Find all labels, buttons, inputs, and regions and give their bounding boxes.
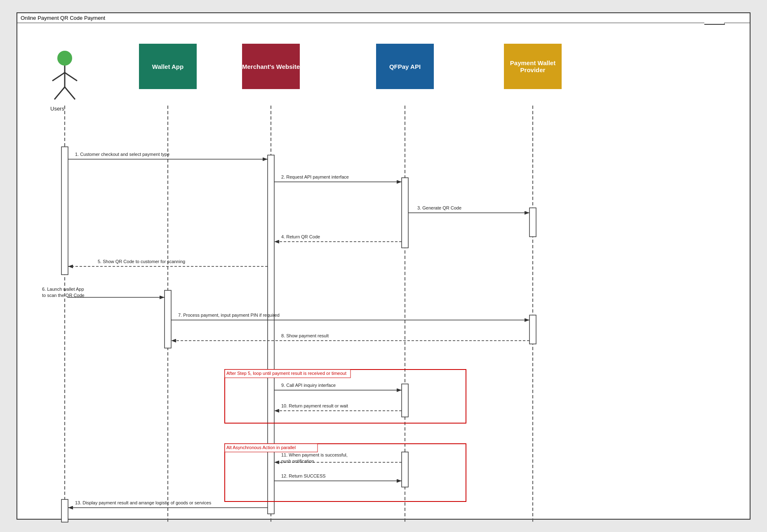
svg-line-5 (65, 73, 77, 81)
label-msg10: 10. Return payment result or wait (281, 403, 348, 408)
actor-wallet: Wallet App (139, 44, 197, 89)
svg-line-7 (65, 87, 75, 99)
label-msg4: 4. Return QR Code (281, 234, 320, 239)
activation-users-2 (61, 499, 68, 522)
diagram-body: Users Wallet App Merchant's Website QFPa… (17, 23, 750, 514)
label-msg5: 5. Show QR Code to customer for scanning (98, 259, 185, 264)
user-figure (44, 48, 85, 101)
activation-qfpay-2 (402, 384, 408, 417)
diagram-container: Online Payment QR Code Payment (16, 12, 751, 520)
label-msg9: 9. Call API inquiry interface (281, 383, 336, 388)
label-msg3: 3. Generate QR Code (417, 205, 461, 210)
activation-wallet (165, 290, 171, 348)
label-msg7: 7. Process payment, input payment PIN if… (178, 313, 280, 318)
activation-provider-1 (529, 208, 536, 237)
activation-merchant (268, 155, 274, 514)
alt-label: Alt Asynchronous Action in parallel (226, 445, 296, 450)
loop-label-1: After Step 5, loop until payment result … (226, 371, 346, 376)
activation-provider-2 (529, 315, 536, 344)
activation-qfpay-3 (402, 452, 408, 487)
title-bar: Online Payment QR Code Payment (17, 13, 750, 23)
diagram-title: Online Payment QR Code Payment (21, 15, 105, 21)
users-label: Users (50, 106, 64, 112)
actor-qfpay: QFPay API (376, 44, 434, 89)
activation-users-1 (61, 147, 68, 275)
svg-point-2 (57, 51, 72, 66)
svg-line-6 (54, 87, 65, 99)
actor-merchant: Merchant's Website (242, 44, 300, 89)
label-msg13: 13. Display payment result and arrange l… (75, 500, 211, 505)
label-msg11: 11. When payment is successful,push noti… (281, 452, 348, 465)
activation-qfpay-1 (402, 178, 408, 248)
arrows-layer (17, 23, 750, 514)
actor-provider: Payment Wallet Provider (504, 44, 562, 89)
loop-box-1 (225, 370, 466, 423)
label-msg1: 1. Customer checkout and select payment … (75, 152, 169, 157)
label-msg6: 6. Launch wallet Appto scan the QR Code (42, 286, 85, 299)
label-msg8: 8. Show payment result (281, 333, 329, 338)
label-msg12: 12. Return SUCCESS (281, 473, 326, 478)
label-msg2: 2. Request API payment interface (281, 174, 349, 179)
svg-line-4 (52, 73, 65, 81)
